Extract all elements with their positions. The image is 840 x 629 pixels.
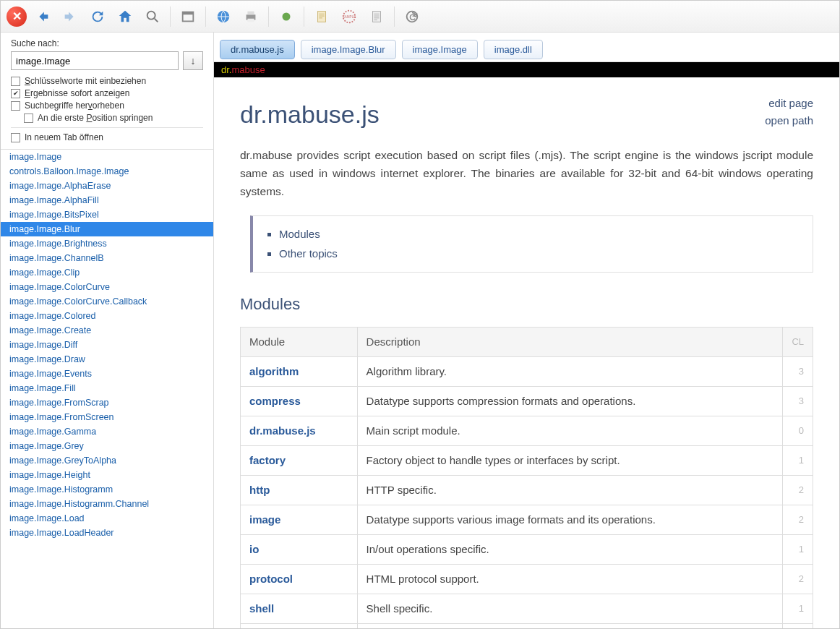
cl-cell: 0 [783,416,813,445]
result-item[interactable]: image.Image.Load [1,511,213,526]
result-item[interactable]: image.Image.GreyToAlpha [1,453,213,468]
result-item[interactable]: image.Image.Blur [1,222,213,236]
globe-icon[interactable] [212,5,235,28]
main-toolbar: ✕ SAMPLE [1,1,839,33]
result-item[interactable]: image.Image.Clip [1,265,213,280]
result-item[interactable]: image.Image.Grey [1,439,213,453]
table-row: factoryFactory object to handle types or… [241,445,813,475]
open-path-link[interactable]: open path [765,112,813,129]
toc-item[interactable]: Other topics [279,245,800,262]
page-icon[interactable] [365,5,388,28]
th-module: Module [241,327,358,356]
result-item[interactable]: image.Image.BitsPixel [1,207,213,222]
cl-cell: 3 [783,356,813,386]
stamp-icon[interactable]: SAMPLE [338,5,361,28]
module-link[interactable]: http [249,484,270,496]
cl-cell: 3 [783,386,813,416]
result-item[interactable]: image.Image.Diff [1,338,213,352]
result-item[interactable]: controls.Balloon.Image.Image [1,164,213,179]
result-item[interactable]: image.Image.Brightness [1,236,213,251]
svg-point-0 [147,11,155,19]
module-cell: shell [241,594,358,623]
option-instant[interactable]: Ergebnisse sofort anzeigen [11,88,203,98]
refresh-circle-icon[interactable] [400,5,424,28]
home-icon[interactable] [113,5,137,28]
search-go-down-button[interactable]: ↓ [183,51,203,70]
desc-cell: Algorithm library. [357,356,783,386]
result-item[interactable]: image.Image.Fill [1,381,213,395]
table-row: algorithmAlgorithm library.3 [241,356,813,386]
search-label: Suche nach: [11,38,203,48]
print-icon[interactable] [239,5,262,28]
module-cell: factory [241,445,358,475]
module-link[interactable]: algorithm [249,365,299,377]
result-item[interactable]: image.Image.ChannelB [1,251,213,265]
result-item[interactable]: image.Image.FromScreen [1,410,213,424]
result-item[interactable]: image.Image.AlphaErase [1,179,213,193]
result-item[interactable]: image.Image.Histogramm.Channel [1,497,213,511]
result-item[interactable]: image.Image.Histogramm [1,482,213,497]
option-newtab[interactable]: In neuem Tab öffnen [11,132,203,142]
result-item[interactable]: image.Image.LoadHeader [1,526,213,540]
module-link[interactable]: factory [249,454,286,466]
result-item[interactable]: image.Image.Create [1,323,213,338]
option-keywords[interactable]: Schlüsselworte mit einbeziehen [11,76,203,86]
module-cell: shellfolder [241,623,358,628]
result-item[interactable]: image.Image.ColorCurve.Callback [1,294,213,309]
document-tab[interactable]: dr.mabuse.js [220,40,295,59]
desc-cell: HTML protocol support. [357,564,783,594]
result-item[interactable]: image.Image.AlphaFill [1,193,213,207]
reload-icon[interactable] [86,5,109,28]
desc-cell: Datatype supports compression formats an… [357,386,783,416]
forward-icon[interactable] [59,5,82,28]
module-link[interactable]: protocol [249,573,293,585]
page-title: dr.mabuse.js [240,95,380,134]
cl-cell: 2 [783,505,813,534]
option-highlight[interactable]: Suchbegriffe hervorheben [11,100,203,111]
new-window-icon[interactable] [176,5,200,28]
edit-page-link[interactable]: edit page [765,95,813,112]
result-item[interactable]: image.Image.ColorCurve [1,280,213,294]
module-link[interactable]: image [249,513,280,526]
module-cell: algorithm [241,356,358,386]
result-item[interactable]: image.Image.FromScrap [1,395,213,410]
svg-point-7 [283,12,291,20]
document-tab[interactable]: image.Image [402,40,478,59]
document-icon[interactable] [310,5,333,28]
back-icon[interactable] [31,5,54,28]
page-action-links: edit page open path [765,95,813,129]
module-link[interactable]: io [249,543,259,555]
module-link[interactable]: compress [249,395,301,407]
table-row: dr.mabuse.jsMain script module.0 [241,416,813,445]
module-link[interactable]: dr.mabuse.js [249,424,316,437]
result-item[interactable]: image.Image.Colored [1,309,213,323]
document-tab[interactable]: image.dll [484,40,543,59]
close-icon[interactable]: ✕ [7,7,27,27]
content-scroll[interactable]: dr.mabuse dr.mabuse.js edit page open pa… [214,61,839,628]
result-item[interactable]: image.Image.Height [1,468,213,482]
result-item[interactable]: image.Image [1,150,213,164]
toc-item[interactable]: Modules [279,226,800,243]
result-item[interactable]: image.Image.Draw [1,352,213,367]
search-input[interactable] [11,51,179,70]
table-row: imageDatatype supports various image for… [241,505,813,534]
cl-cell: 1 [783,534,813,564]
option-jumpfirst[interactable]: An die erste Position springen [24,113,203,123]
cl-cell: 1 [783,594,813,623]
result-item[interactable]: image.Image.Gamma [1,424,213,439]
intro-paragraph: dr.mabuse provides script execution base… [240,147,813,200]
search-icon[interactable] [141,5,164,28]
module-link[interactable]: shell [249,602,274,615]
search-results-list[interactable]: image.Imagecontrols.Balloon.Image.Imagei… [1,149,213,628]
modules-table: Module Description CL algorithmAlgorithm… [240,327,813,628]
desc-cell: In/out operations specific. [357,534,783,564]
th-cl: CL [783,327,813,356]
small-globe-icon[interactable] [275,5,298,28]
document-tab[interactable]: image.Image.Blur [301,40,396,59]
desc-cell: Shell folder support by script. [357,623,783,628]
app-window: ✕ SAMPLE Suche nach: ↓ Schlüssel [0,0,840,629]
module-cell: image [241,505,358,534]
desc-cell: Main script module. [357,416,783,445]
modules-heading: Modules [240,291,813,317]
result-item[interactable]: image.Image.Events [1,367,213,381]
